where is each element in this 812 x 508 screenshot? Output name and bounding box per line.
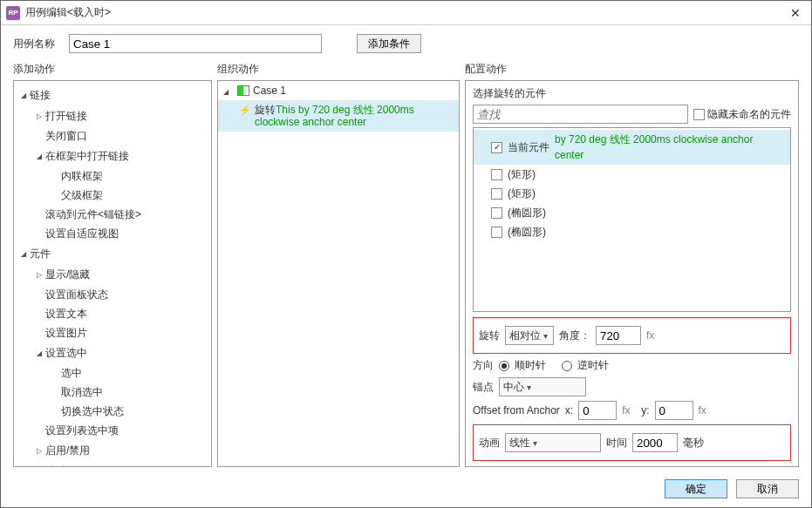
tree-item-label: 父级框架 (61, 187, 103, 203)
action-rotate-row[interactable]: 旋转This by 720 deg 线性 2000ms clockwise an… (218, 100, 459, 132)
app-icon: RP (6, 6, 20, 20)
counter-clockwise-radio[interactable] (562, 361, 572, 371)
search-input[interactable] (473, 105, 688, 124)
tree-item[interactable]: 链接 (14, 85, 211, 105)
element-checkbox[interactable] (491, 227, 502, 238)
tree-item[interactable]: 显示/隐藏 (14, 264, 211, 285)
case-label: Case 1 (253, 85, 286, 97)
chevron-down-icon[interactable] (17, 245, 30, 262)
element-checkbox[interactable] (491, 169, 502, 180)
clockwise-label: 顺时针 (515, 358, 546, 373)
element-row[interactable]: (椭圆形) (474, 203, 790, 222)
element-label: (矩形) (508, 186, 536, 201)
tree-item-label: 移动 (45, 463, 66, 467)
tree-item[interactable]: 启用/禁用 (14, 440, 211, 461)
tree-item[interactable]: 滚动到元件<锚链接> (14, 205, 211, 224)
tree-item[interactable]: 设置文本 (14, 304, 211, 323)
tree-item[interactable]: 在框架中打开链接 (14, 146, 211, 166)
case-actions-panel: Case 1 旋转This by 720 deg 线性 2000ms clock… (217, 80, 460, 467)
element-row[interactable]: 当前元件 by 720 deg 线性 2000ms clockwise anch… (474, 130, 790, 165)
case-editor-window: RP 用例编辑<载入时> ✕ 用例名称 添加条件 添加动作 链接打开链接关闭窗口… (0, 0, 812, 508)
tree-item-label: 设置图片 (45, 325, 87, 341)
tree-item[interactable]: 内联框架 (14, 166, 211, 186)
tree-item[interactable]: 选中 (14, 363, 211, 383)
chevron-down-icon[interactable] (33, 344, 45, 362)
angle-label: 角度： (559, 329, 590, 343)
case-name-input[interactable] (69, 34, 322, 53)
chevron-right-icon[interactable] (33, 442, 45, 459)
tree-item[interactable]: 打开链接 (14, 105, 211, 126)
configure-action-header: 配置动作 (465, 58, 799, 80)
case-name-label: 用例名称 (13, 37, 62, 51)
clockwise-radio[interactable] (499, 361, 509, 371)
tree-item-label: 显示/隐藏 (45, 267, 90, 282)
time-input[interactable] (632, 433, 678, 452)
angle-fx-button[interactable]: fx (646, 329, 660, 342)
tree-item-label: 内联框架 (61, 168, 103, 184)
add-condition-button[interactable]: 添加条件 (357, 34, 421, 53)
tree-item-label: 取消选中 (61, 384, 103, 400)
case-name-row: 用例名称 添加条件 (1, 25, 811, 58)
tree-item-label: 打开链接 (45, 108, 87, 124)
animation-label: 动画 (479, 436, 500, 450)
tree-item-label: 设置自适应视图 (45, 226, 119, 241)
ok-button[interactable]: 确定 (665, 479, 727, 498)
offset-x-input[interactable] (578, 401, 617, 420)
counter-clockwise-label: 逆时针 (577, 358, 609, 373)
chevron-right-icon[interactable] (33, 266, 45, 283)
add-action-header: 添加动作 (13, 58, 212, 80)
rotate-mode-select[interactable]: 相对位 (505, 326, 554, 345)
direction-label: 方向 (473, 358, 494, 373)
hide-unnamed-checkbox[interactable]: 隐藏未命名的元件 (693, 107, 791, 122)
tree-item-label: 切换选中状态 (61, 403, 124, 419)
tree-item[interactable]: 父级框架 (14, 186, 211, 205)
organize-action-header: 组织动作 (217, 58, 460, 80)
offset-y-input[interactable] (655, 401, 693, 420)
bolt-icon (239, 104, 251, 116)
tree-item[interactable]: 取消选中 (14, 383, 211, 402)
select-elements-label: 选择旋转的元件 (473, 86, 791, 101)
tree-item[interactable]: 设置列表选中项 (14, 421, 211, 440)
tree-item-label: 启用/禁用 (45, 443, 90, 458)
tree-item-label: 元件 (30, 246, 51, 261)
case-node[interactable]: Case 1 (218, 81, 459, 100)
tree-item-label: 设置文本 (45, 306, 87, 322)
chevron-down-icon[interactable] (17, 86, 30, 104)
easing-select[interactable]: 线性 (505, 433, 601, 452)
element-label: (椭圆形) (508, 224, 546, 240)
tree-item[interactable]: 设置选中 (14, 342, 211, 363)
tree-item-label: 设置面板状态 (45, 287, 108, 302)
offset-x-fx[interactable]: fx (622, 404, 636, 417)
tree-item[interactable]: 关闭窗口 (14, 126, 211, 146)
element-label: 当前元件 (508, 139, 549, 155)
element-label: (椭圆形) (508, 205, 546, 220)
cancel-button[interactable]: 取消 (736, 479, 799, 498)
tree-item-label: 选中 (61, 365, 82, 381)
element-label: (矩形) (508, 166, 536, 182)
tree-item[interactable]: 元件 (14, 243, 211, 264)
angle-input[interactable] (596, 326, 641, 345)
chevron-down-icon[interactable] (33, 147, 45, 165)
element-checkbox[interactable] (491, 188, 502, 200)
anchor-select[interactable]: 中心 (499, 377, 586, 396)
element-row[interactable]: (矩形) (474, 184, 790, 203)
anchor-label: 锚点 (473, 380, 494, 395)
close-icon[interactable]: ✕ (785, 3, 806, 24)
tree-item[interactable]: 切换选中状态 (14, 402, 211, 421)
element-list: 当前元件 by 720 deg 线性 2000ms clockwise anch… (473, 127, 791, 312)
chevron-down-icon[interactable] (223, 85, 234, 97)
action-tree: 链接打开链接关闭窗口在框架中打开链接内联框架父级框架滚动到元件<锚链接>设置自适… (13, 80, 212, 467)
tree-item[interactable]: 移动 (14, 461, 211, 467)
rotate-label: 旋转 (479, 329, 500, 343)
offset-y-fx[interactable]: fx (699, 404, 713, 417)
tree-item[interactable]: 设置图片 (14, 323, 211, 342)
tree-item-label: 设置列表选中项 (45, 423, 119, 438)
element-row[interactable]: (矩形) (474, 165, 790, 184)
element-checkbox[interactable] (491, 207, 502, 219)
tree-item[interactable]: 设置面板状态 (14, 285, 211, 304)
element-checkbox[interactable] (491, 142, 502, 153)
tree-item[interactable]: 设置自适应视图 (14, 224, 211, 243)
element-row[interactable]: (椭圆形) (474, 222, 790, 241)
time-unit: 毫秒 (683, 436, 704, 450)
chevron-right-icon[interactable] (33, 107, 45, 125)
